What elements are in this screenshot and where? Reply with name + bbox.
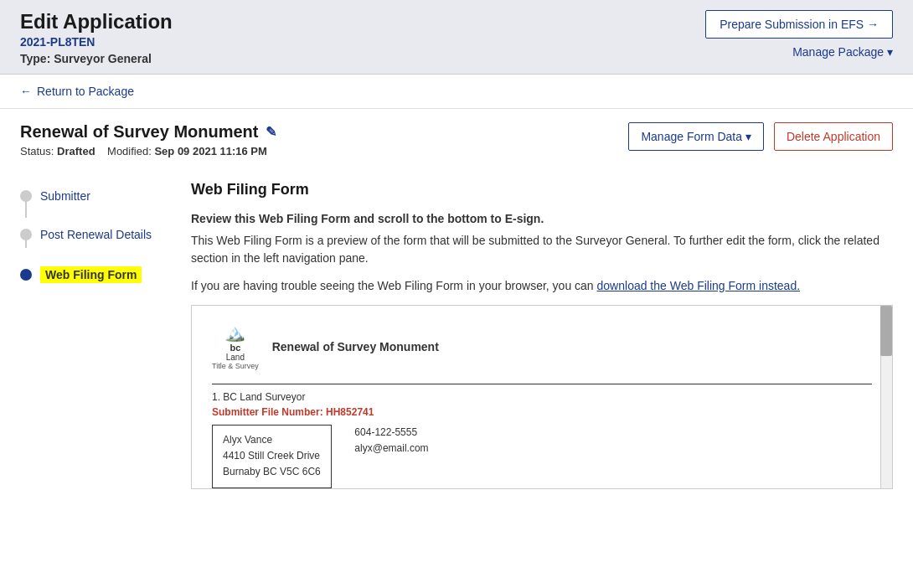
web-filing-form-title: Web Filing Form <box>191 181 893 199</box>
application-id: 2021-PL8TEN <box>20 35 173 49</box>
address-box: Alyx Vance 4410 Still Creek Drive Burnab… <box>212 425 332 488</box>
app-title-area: Renewal of Survey Monument ✎ Status: Dra… <box>20 122 276 157</box>
nav-item-submitter[interactable]: Submitter <box>20 181 171 211</box>
breadcrumb-label: Return to Package <box>37 85 134 98</box>
download-link[interactable]: download the Web Filing Form instead. <box>597 279 801 292</box>
scrollbar-track[interactable] <box>880 306 892 488</box>
form-title-text: Renewal of Survey Monument <box>272 340 439 353</box>
modified-label: Modified: <box>107 145 152 157</box>
download-instructions: If you are having trouble seeing the Web… <box>191 277 893 295</box>
form-preview-header: 🏔️ bc Land Title & Survey Renewal of Sur… <box>212 322 872 370</box>
form-preview-inner: 🏔️ bc Land Title & Survey Renewal of Sur… <box>192 306 892 489</box>
nav-label-post-renewal: Post Renewal Details <box>40 228 152 241</box>
instructions-normal: This Web Filing Form is a preview of the… <box>191 232 893 267</box>
left-nav: Submitter Post Renewal Details Web Filin… <box>20 164 171 506</box>
nav-label-submitter: Submitter <box>40 189 90 203</box>
application-title: Renewal of Survey Monument <box>20 122 259 142</box>
form-preview-container: 🏔️ bc Land Title & Survey Renewal of Sur… <box>191 305 893 489</box>
address-line1: Alyx Vance <box>223 432 321 448</box>
submitter-file-value: HH852741 <box>326 406 374 418</box>
address-contact-row: Alyx Vance 4410 Still Creek Drive Burnab… <box>212 425 872 488</box>
return-to-package-link[interactable]: ← Return to Package <box>20 85 893 98</box>
type-value: Surveyor General <box>54 52 152 65</box>
manage-package-button[interactable]: Manage Package ▾ <box>792 45 893 59</box>
submitter-file-row: Submitter File Number: HH852741 <box>212 406 872 418</box>
right-content: Web Filing Form Review this Web Filing F… <box>171 164 893 506</box>
logo-land: Land <box>226 353 245 362</box>
logo-sub: Title & Survey <box>212 362 259 370</box>
email: alyx@email.com <box>354 441 428 456</box>
download-text: If you are having trouble seeing the Web… <box>191 279 597 292</box>
submitter-file-label: Submitter File Number: <box>212 406 323 418</box>
status-value: Drafted <box>57 145 95 157</box>
back-arrow-icon: ← <box>20 85 32 98</box>
delete-application-button[interactable]: Delete Application <box>774 122 893 151</box>
address-line2: 4410 Still Creek Drive <box>223 448 321 464</box>
phone: 604-122-5555 <box>354 425 428 441</box>
nav-label-web-filing: Web Filing Form <box>40 266 142 283</box>
address-line3: Burnaby BC V5C 6C6 <box>223 464 321 480</box>
application-meta: Status: Drafted Modified: Sep 09 2021 11… <box>20 145 276 157</box>
type-label: Type: <box>20 52 50 65</box>
nav-item-web-filing[interactable]: Web Filing Form <box>20 250 171 291</box>
modified-value: Sep 09 2021 11:16 PM <box>154 145 266 157</box>
section1-label: 1. BC Land Surveyor <box>212 391 872 403</box>
scrollbar-thumb[interactable] <box>880 306 892 356</box>
header-left: Edit Application 2021-PL8TEN Type: Surve… <box>20 10 173 65</box>
page-header: Edit Application 2021-PL8TEN Type: Surve… <box>0 0 913 75</box>
bc-land-logo: 🏔️ bc Land Title & Survey <box>212 322 259 370</box>
page-title: Edit Application <box>20 10 173 34</box>
contact-info: 604-122-5555 alyx@email.com <box>354 425 428 456</box>
nav-dot-submitter <box>20 190 32 202</box>
form-divider-1 <box>212 384 872 384</box>
manage-form-data-button[interactable]: Manage Form Data ▾ <box>628 122 764 151</box>
nav-connector-2 <box>25 231 27 248</box>
nav-item-post-renewal[interactable]: Post Renewal Details <box>20 211 171 250</box>
breadcrumb-bar: ← Return to Package <box>0 75 913 109</box>
edit-title-icon[interactable]: ✎ <box>266 124 276 140</box>
nav-dot-web-filing <box>20 269 32 281</box>
logo-bc: bc <box>230 343 240 353</box>
prepare-submission-button[interactable]: Prepare Submission in EFS → <box>705 10 893 39</box>
instructions-bold: Review this Web Filing Form and scroll t… <box>191 212 893 225</box>
header-right: Prepare Submission in EFS → Manage Packa… <box>705 10 893 59</box>
application-type: Type: Surveyor General <box>20 52 173 65</box>
action-buttons: Manage Form Data ▾ Delete Application <box>628 122 893 151</box>
main-content: Submitter Post Renewal Details Web Filin… <box>0 164 913 506</box>
logo-icon: 🏔️ <box>224 322 245 343</box>
status-label: Status: <box>20 145 54 157</box>
application-section-header: Renewal of Survey Monument ✎ Status: Dra… <box>0 109 913 164</box>
application-title-row: Renewal of Survey Monument ✎ <box>20 122 276 142</box>
